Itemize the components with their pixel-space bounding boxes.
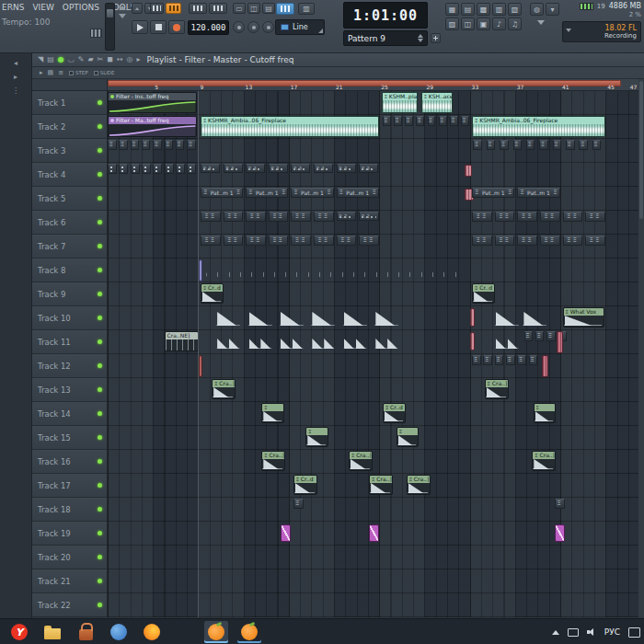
clip-pat[interactable]: ΞΞ — [246, 236, 266, 246]
mute-icon[interactable]: ◼ — [107, 56, 113, 63]
clip-pat2-p-3[interactable]: P..3 — [224, 164, 243, 173]
notification-center-icon[interactable] — [628, 627, 640, 638]
track-header[interactable]: Track 18 — [32, 498, 108, 522]
track-header[interactable]: Track 22 — [32, 593, 108, 617]
clip-pat[interactable]: ΞΞ — [472, 212, 492, 222]
tray-expand-icon[interactable] — [552, 630, 559, 635]
clip-pat[interactable]: ΞΞ — [224, 236, 244, 246]
clip-pat[interactable]: ΞΞ — [563, 212, 583, 222]
tempo-display[interactable]: 120.000 — [188, 20, 229, 35]
clip-pat[interactable]: Ξ — [473, 140, 482, 150]
browser-sidebar[interactable]: ◂▸⋮ — [0, 53, 32, 618]
clip-wave[interactable] — [495, 310, 519, 327]
track-header[interactable]: Track 15 — [32, 426, 108, 450]
clip-green[interactable]: Ξ — [261, 403, 284, 423]
clip-green-what-vox[interactable]: ΞWhat Vox — [563, 307, 605, 328]
taskbar-app-fl-studio-window[interactable] — [237, 621, 261, 643]
clip-pat[interactable]: Ξ — [506, 355, 515, 365]
pattern-spinner[interactable] — [418, 34, 423, 42]
clip-pat[interactable]: ΞΞ — [201, 236, 221, 246]
zoom-icon[interactable]: ◎ — [127, 56, 133, 63]
language-indicator[interactable]: РУС — [604, 627, 620, 637]
track-led-icon[interactable] — [98, 316, 102, 320]
clip-pat[interactable]: Ξ — [529, 355, 538, 365]
clip-patd[interactable] — [176, 164, 185, 174]
clip-wave[interactable] — [216, 310, 240, 327]
track-header[interactable]: Track 7 — [32, 235, 108, 259]
menu-icon[interactable]: ▤ — [47, 56, 54, 63]
clip-patl-pat-m-1[interactable]: ΞPat..m 1Ξ — [246, 188, 288, 198]
tools-menu-button[interactable]: ♫ — [508, 17, 522, 30]
track-led-icon[interactable] — [98, 363, 102, 368]
track-led-icon[interactable] — [98, 579, 102, 583]
track-led-icon[interactable] — [98, 555, 102, 559]
track-led-icon[interactable] — [98, 100, 102, 105]
clip-green-cr-d[interactable]: ΞCr..d — [472, 283, 495, 304]
clip-wave2[interactable] — [495, 336, 519, 349]
clip-pat[interactable]: Ξ — [553, 140, 562, 150]
blend-icon[interactable]: ◫ — [247, 3, 260, 14]
clip-wave2[interactable] — [374, 336, 398, 349]
track-header[interactable]: Track 17 — [32, 474, 108, 498]
plugin-db-button[interactable]: ◍ — [530, 3, 544, 16]
clip-autop-filter-ma-toff-freq[interactable]: Filter - Ma..toff freq — [108, 116, 197, 137]
more-icon[interactable]: ⋮ — [9, 86, 22, 95]
clip-green-cra-2[interactable]: ΞCra..] #2 — [532, 451, 556, 471]
clip-patd[interactable] — [119, 164, 128, 174]
clip-green-cra-2[interactable]: ΞCra..] #2 — [261, 451, 285, 471]
clip-pat2-p-3[interactable]: P..3 — [314, 164, 333, 173]
clip-pat[interactable]: ΞΞ — [291, 236, 311, 246]
clip-mag[interactable] — [555, 524, 565, 542]
taskbar-app-shop-app[interactable] — [74, 621, 98, 643]
track-header[interactable]: Track 16 — [32, 450, 108, 474]
clip-pat[interactable]: ΞΞ — [540, 212, 560, 222]
track-led-icon[interactable] — [98, 507, 102, 512]
clip-pat[interactable]: Ξ — [526, 140, 535, 150]
play-button[interactable] — [132, 20, 148, 34]
clip-green[interactable]: Ξ — [397, 427, 420, 447]
clip-patl-pat-m-1[interactable]: ΞPat..m 1Ξ — [517, 188, 559, 198]
clip-green-cr-d[interactable]: ΞCr..d — [293, 475, 317, 495]
clip-pat2-p-3[interactable]: P..3 — [246, 164, 265, 173]
clip-pat2-p-2[interactable]: P..2 — [337, 212, 357, 221]
clip-pink[interactable] — [465, 165, 473, 177]
loop-icon[interactable]: ▤ — [262, 3, 275, 14]
clip-wave[interactable] — [374, 310, 398, 327]
metronome-active-icon[interactable] — [166, 3, 181, 14]
menu-item-view[interactable]: VIEW — [32, 3, 53, 12]
master-volume-fader[interactable] — [105, 3, 115, 51]
overdub-icon[interactable] — [262, 21, 274, 33]
project-browser-button[interactable]: ▣ — [477, 17, 490, 30]
track-led-icon[interactable] — [98, 387, 102, 392]
clip-pat[interactable]: ΞΞ — [314, 212, 334, 222]
paint-icon[interactable]: ▰ — [87, 56, 93, 63]
countdown-icon[interactable] — [247, 21, 259, 33]
clip-wave2[interactable] — [343, 336, 367, 349]
clip-pat2-p-2[interactable]: P..2 — [359, 212, 379, 221]
track-led-icon[interactable] — [98, 483, 102, 488]
menu-item-options[interactable]: OPTIONS — [63, 3, 99, 12]
track-led-icon[interactable] — [98, 220, 102, 224]
stop-button[interactable] — [150, 20, 167, 34]
clip-pat[interactable]: Ξ — [383, 116, 391, 126]
clip-patl-pat-m-1[interactable]: ΞPat..m 1Ξ — [337, 188, 379, 198]
clip-green-cra-2[interactable]: ΞCra..] #2 — [407, 475, 431, 495]
snap-selector[interactable]: Line — [275, 19, 325, 35]
clip-pat[interactable]: Ξ — [472, 355, 481, 365]
taskbar-app-fl-studio[interactable] — [204, 621, 228, 643]
clip-pat2-p-3[interactable]: P..3 — [291, 164, 310, 173]
clip-ticks[interactable] — [206, 272, 466, 277]
track-led-icon[interactable] — [98, 459, 102, 464]
track-led-icon[interactable] — [98, 339, 102, 344]
magnet-icon[interactable]: ◡ — [68, 56, 75, 63]
clip-pat[interactable]: Ξ — [517, 355, 526, 365]
track-header[interactable]: Track 5 — [32, 187, 108, 211]
clip-pat[interactable]: ΞΞ — [540, 236, 560, 246]
clip-pat[interactable]: Ξ — [535, 331, 545, 341]
clip-pat[interactable]: Ξ — [487, 140, 496, 150]
play-marker-icon[interactable]: ▸ — [40, 70, 43, 76]
track-header[interactable]: Track 21 — [32, 569, 108, 593]
session-dropdown-icon[interactable] — [566, 29, 571, 32]
timeline-ruler[interactable]: 5913172125293337414547 — [108, 79, 638, 91]
clip-pat2-p-3[interactable]: P..3 — [337, 164, 356, 173]
